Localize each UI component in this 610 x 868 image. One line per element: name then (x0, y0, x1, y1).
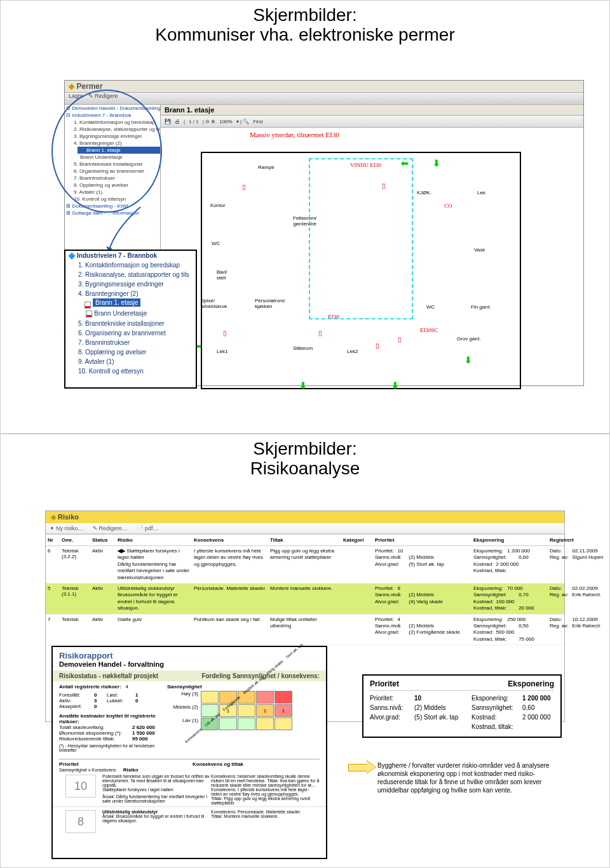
pdf-icon (85, 302, 91, 309)
tree-item-selected[interactable]: Brann 1. etasje (78, 147, 160, 154)
app-titlebar: ◆ Permer (65, 81, 583, 93)
title-line1: Skjermbilder: (1, 6, 609, 25)
risk-table-header: NrOmr.Status RisikoKonsekvensTiltak Kate… (46, 534, 564, 546)
tree-item[interactable]: 2. Risikoanalyse, statusrapporter og til… (65, 270, 196, 279)
risk-matrix: Høy (3) Middels (2) 111 Lav (1) (167, 691, 320, 730)
new-risk-button[interactable]: ✦ Ny risiko… (50, 525, 84, 531)
slide2-title: Skjermbilder: Risikoanalyse (1, 434, 609, 479)
risk-report: Risikorapport Demoveien Handel - forvalt… (51, 646, 327, 859)
arrow-icon (348, 761, 376, 773)
tree-item[interactable]: 6. Organisering av brannvernet (65, 328, 196, 338)
report-subtitle: Demoveien Handel - forvaltning (53, 660, 326, 671)
callout-text: Byggherre / forvalter vurderer riskio-om… (377, 761, 565, 794)
priority-zoom: PrioritetEksponering Prioritet:10Ekspone… (362, 674, 562, 738)
tree-item[interactable]: 3. Bygningsmessige endringer (65, 279, 196, 289)
edit-button[interactable]: ✎ Redigere… (93, 525, 128, 531)
tree-item[interactable]: 4. Branntegninger (2) (65, 289, 196, 298)
pdf-icon (86, 310, 92, 317)
tree-item[interactable]: 1. Kontaktinformasjon og beredskap (65, 260, 196, 270)
print-icon[interactable]: 🖨 (175, 119, 180, 124)
tree-item[interactable]: 7. Branninstrukser (65, 338, 196, 347)
tree-item[interactable]: Brann Underetasje (65, 309, 196, 319)
save-icon[interactable]: 💾 (165, 119, 171, 124)
risiko-toolbar[interactable]: ✦ Ny risiko… ✎ Redigere… 📄 pdf… (46, 523, 564, 534)
app-toolbar[interactable]: Lagre ✎ Redigere (65, 93, 583, 105)
tree-item[interactable]: 5. Branntekniske installasjoner (65, 319, 196, 328)
tree-item-selected[interactable]: Brann 1. etasje (93, 298, 140, 307)
pdf-button[interactable]: 📄 pdf… (137, 525, 159, 531)
tree-item[interactable]: 8. Opplæring og øvelser (65, 347, 196, 357)
priority-box: 10 (65, 775, 96, 798)
risiko-titlebar: ◆Risiko (46, 511, 564, 523)
tree-item[interactable]: 9. Avtaler (1) (65, 357, 196, 366)
doc-title: Brann 1. etasje (161, 105, 583, 116)
slide-2: Skjermbilder: Risikoanalyse ◆Risiko ✦ Ny… (0, 434, 610, 868)
tree-navigation-zoom: Industriveien 7 - Brannbok 1. Kontaktinf… (64, 250, 197, 389)
priority-box: 8 (65, 810, 96, 833)
pdf-toolbar[interactable]: 💾 🖨 | 1 / 1 | ⊖ ⊕ 100% ▾ | 🔍 Find (161, 116, 583, 128)
floorplan-canvas: Massiv ytterdør, tilnærmet EI30 Rampe VI… (161, 128, 583, 385)
title-line2: Kommuniser vha. elektroniske permer (1, 25, 609, 45)
tree-item[interactable]: 10. Kontroll og ettersyn (65, 366, 196, 376)
floorplan-annotation: Massiv ytterdør, tilnærmet EI30 (250, 131, 339, 138)
slide1-title: Skjermbilder: Kommuniser vha. elektronis… (1, 1, 609, 45)
risk-row[interactable]: 6Teknisk (3.2.2)Aktiv ◀▶ Støttepilarer f… (46, 546, 564, 584)
slide-1: Skjermbilder: Kommuniser vha. elektronis… (0, 0, 610, 434)
document-pane: Brann 1. etasje 💾 🖨 | 1 / 1 | ⊖ ⊕ 100% ▾… (160, 105, 583, 385)
risk-row-selected[interactable]: 5Teknisk (3.1.1)Aktiv Utilstrekkelig slo… (46, 584, 564, 615)
risk-row[interactable]: 7TekniskAktiv Glatte gulv Publikum kan s… (46, 615, 564, 646)
